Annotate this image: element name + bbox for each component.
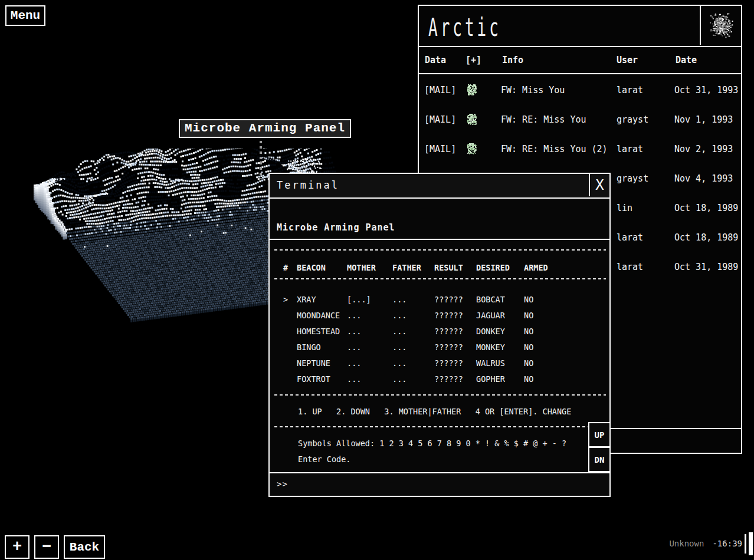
zoom-out-button[interactable]: − (34, 535, 59, 559)
mail-row[interactable]: [MAIL] FW: Miss You larat Oct 31, 1993 (419, 75, 741, 105)
mail-date: Nov 2, 1993 (674, 134, 733, 164)
column-result: RESULT (434, 260, 463, 275)
mail-row[interactable]: [MAIL] FW: RE: Miss You (2) larat Nov 2,… (419, 134, 741, 164)
beacon-row: > XRAY [...] ... ?????? BOBCAT NO (270, 292, 609, 308)
menu-button[interactable]: Menu (5, 5, 45, 26)
column-desired: DESIRED (476, 260, 510, 275)
dashed-divider (274, 394, 606, 396)
terminal-titlebar[interactable]: Terminal X (270, 174, 609, 199)
beacon-row: HOMESTEAD ... ... ?????? DONKEY NO (270, 324, 609, 340)
mail-date: Oct 18, 1989 (674, 193, 738, 223)
mother-value: ... (347, 324, 361, 340)
noise-icon (700, 6, 741, 45)
beacon-row: MOONDANCE ... ... ?????? JAGUAR NO (270, 308, 609, 324)
scroll-down-button[interactable]: DN (588, 447, 611, 472)
mother-value: ... (347, 340, 361, 355)
enter-code-line: Enter Code. (298, 452, 350, 467)
attachment-icon (467, 114, 477, 125)
signal-bars-icon (749, 532, 753, 555)
divider (270, 239, 609, 240)
column-num: # (283, 260, 288, 275)
column-armed: ARMED (524, 260, 548, 275)
armed-value: NO (524, 324, 533, 340)
status-time: -16:39 (712, 539, 742, 548)
arctic-titlebar[interactable]: Arctic (419, 6, 741, 47)
map-marker-leader-line (260, 141, 262, 179)
mail-date: Oct 31, 1989 (674, 252, 738, 282)
status-bar: Unknown -16:39 (669, 531, 753, 556)
desired-value: BOBCAT (476, 292, 505, 308)
desired-value: DONKEY (476, 324, 505, 340)
column-data: Data (425, 47, 446, 73)
attachment-icon (467, 143, 477, 154)
result-value: ?????? (434, 324, 463, 340)
map-location-tooltip: Microbe Arming Panel (179, 119, 351, 138)
result-value: ?????? (434, 292, 463, 308)
armed-value: NO (524, 340, 533, 355)
father-value: ... (392, 308, 406, 324)
mail-user: larat (617, 223, 643, 252)
dashed-divider (274, 426, 606, 427)
father-value: ... (392, 371, 406, 387)
beacon-name: FOXTROT (297, 371, 330, 387)
armed-value: NO (524, 371, 533, 387)
close-button[interactable]: X (589, 174, 609, 196)
column-beacon: BEACON (297, 260, 326, 275)
arctic-window-title: Arctic (428, 13, 501, 42)
mail-row[interactable]: [MAIL] FW: RE: Miss You grayst Nov 1, 19… (419, 105, 741, 134)
game-screen: Microbe Arming Panel Menu Arctic Data [+… (0, 0, 754, 560)
mail-user: grayst (617, 105, 648, 134)
zoom-in-button[interactable]: + (5, 535, 29, 559)
beacon-table-header: # BEACON MOTHER FATHER RESULT DESIRED AR… (270, 260, 609, 275)
beacon-row: BINGO ... ... ?????? MONKEY NO (270, 340, 609, 355)
mail-date: Nov 4, 1993 (674, 164, 733, 193)
father-value: ... (392, 340, 406, 355)
mail-type: [MAIL] (424, 75, 456, 105)
column-father: FATHER (392, 260, 421, 275)
mail-date: Nov 1, 1993 (674, 105, 733, 134)
armed-value: NO (524, 308, 533, 324)
column-mother: MOTHER (347, 260, 376, 275)
armed-value: NO (524, 355, 533, 371)
mail-date: Oct 31, 1993 (674, 75, 738, 105)
scroll-up-button[interactable]: UP (588, 422, 611, 447)
beacon-name: NEPTUNE (297, 355, 330, 371)
symbols-allowed-line: Symbols Allowed: 1 2 3 4 5 6 7 8 9 0 * !… (298, 436, 566, 451)
beacon-name: HOMESTEAD (297, 324, 340, 340)
mail-subject: FW: RE: Miss You (2) (501, 134, 608, 164)
result-value: ?????? (434, 371, 463, 387)
command-prompt[interactable]: >> (270, 472, 609, 496)
mail-list-header: Data [+] Info User Date (419, 47, 741, 74)
terminal-window-title: Terminal (277, 174, 339, 196)
desired-value: WALRUS (476, 355, 505, 371)
result-value: ?????? (434, 355, 463, 371)
desired-value: GOPHER (476, 371, 505, 387)
column-user: User (617, 47, 638, 73)
back-button[interactable]: Back (64, 535, 105, 559)
mail-user: larat (617, 134, 643, 164)
mother-value: ... (347, 371, 361, 387)
father-value: ... (392, 324, 406, 340)
mail-subject: FW: RE: Miss You (501, 105, 586, 134)
father-value: ... (392, 292, 406, 308)
column-date: Date (676, 47, 697, 73)
mail-user: larat (617, 252, 643, 282)
beacon-row: FOXTROT ... ... ?????? GOPHER NO (270, 371, 609, 387)
selection-marker: > (283, 292, 288, 308)
armed-value: NO (524, 292, 533, 308)
dashed-divider (274, 249, 606, 251)
attachment-icon (467, 84, 477, 95)
mother-value: [...] (347, 292, 371, 308)
mail-user: lin (617, 193, 632, 223)
terminal-window: Terminal X Microbe Arming Panel # BEACON… (268, 173, 611, 497)
column-info: Info (502, 47, 523, 73)
signal-bars-icon (745, 534, 746, 554)
noise-splatter-icon (703, 7, 739, 44)
mother-value: ... (347, 308, 361, 324)
column-attachment[interactable]: [+] (465, 47, 481, 73)
desired-value: JAGUAR (476, 308, 505, 324)
desired-value: MONKEY (476, 340, 505, 355)
dashed-divider (274, 278, 606, 279)
mail-date: Oct 18, 1989 (674, 223, 738, 252)
father-value: ... (392, 355, 406, 371)
